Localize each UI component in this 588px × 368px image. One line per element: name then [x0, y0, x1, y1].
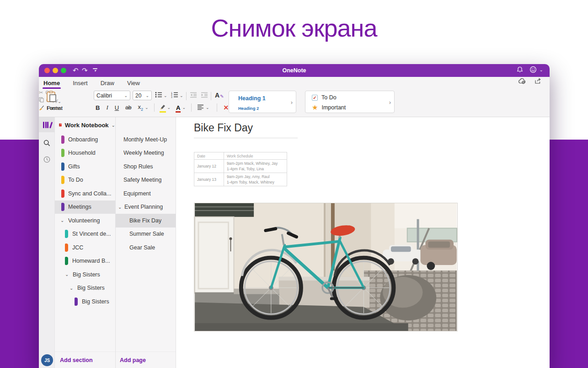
- tab-home[interactable]: Home: [43, 77, 60, 89]
- add-page-row: Add page: [116, 352, 176, 368]
- style-gallery[interactable]: Heading 1 Heading 2 ›: [229, 91, 296, 113]
- page-item-weekly-meeting[interactable]: Weekly Meeting: [116, 146, 176, 160]
- page-item-gear-sale[interactable]: Gear Sale: [116, 241, 176, 254]
- chevron-down-icon[interactable]: ⌄: [206, 105, 209, 110]
- section-color-bar: [61, 203, 64, 211]
- bullets-button[interactable]: ⌄: [155, 92, 167, 100]
- page-item-monthly-meetup[interactable]: Monthly Meet-Up: [116, 133, 176, 146]
- cell-schedule[interactable]: 9am-2pm Mack, Whitney, Jay1-4pm Fai, Tob…: [224, 160, 287, 173]
- font-name-select[interactable]: Calibri⌄: [94, 91, 130, 100]
- section-label: Gifts: [68, 163, 80, 170]
- chevron-down-icon[interactable]: ⌄: [167, 105, 171, 110]
- section-label: Homeward B...: [72, 258, 110, 264]
- tab-draw[interactable]: Draw: [101, 77, 114, 89]
- schedule-line: 1-4pm Toby, Mack, Whitney: [227, 180, 274, 184]
- strikethrough-button[interactable]: ab: [125, 104, 131, 111]
- page-canvas[interactable]: Bike Fix Day Date Work Schedule January …: [176, 117, 550, 368]
- library-icon: [43, 122, 51, 128]
- increase-indent-button[interactable]: [201, 92, 208, 100]
- notebook-switcher[interactable]: Work Notebook ⌄: [55, 117, 115, 133]
- sidebar-item-big-sisters-3[interactable]: Big Sisters: [55, 295, 115, 308]
- sidebar-item-homeward[interactable]: Homeward B...: [55, 254, 115, 268]
- sidebar-group-big-sisters-1[interactable]: ⌄Big Sisters: [55, 268, 115, 281]
- recent-notes-button[interactable]: [39, 152, 55, 167]
- italic-button[interactable]: I: [106, 104, 108, 111]
- chevron-right-icon[interactable]: ›: [389, 99, 391, 106]
- clock-icon: [43, 156, 50, 163]
- tags-gallery[interactable]: ✓ To Do ★ Important ›: [305, 91, 395, 113]
- tab-view[interactable]: View: [127, 77, 140, 89]
- add-section-button[interactable]: Add section: [60, 357, 93, 363]
- chevron-down-icon[interactable]: ⌄: [182, 105, 186, 110]
- page-label: Weekly Meeting: [123, 150, 164, 156]
- format-brush-icon: [39, 105, 44, 111]
- sidebar-item-todo[interactable]: To Do: [55, 173, 115, 187]
- page-item-bike-fix-day[interactable]: Bike Fix Day: [116, 214, 176, 227]
- section-color-bar: [61, 149, 64, 157]
- feedback-smiley-icon[interactable]: [529, 66, 537, 73]
- sidebar-item-household[interactable]: Household: [55, 146, 115, 160]
- section-color-bar: [61, 162, 64, 171]
- copy-icon: [39, 97, 44, 103]
- sidebar-item-meetings[interactable]: Meetings: [55, 200, 115, 214]
- bike-photo[interactable]: [194, 203, 458, 331]
- bell-icon[interactable]: [517, 66, 523, 73]
- tag-important[interactable]: ★ Important: [312, 104, 346, 111]
- highlight-button[interactable]: [160, 104, 166, 111]
- sidebar-item-onboarding[interactable]: Onboarding: [55, 133, 115, 146]
- bold-button[interactable]: B: [96, 104, 100, 111]
- sidebar-item-sync-and-collab[interactable]: Sync and Colla...: [55, 187, 115, 200]
- search-button[interactable]: [39, 135, 55, 151]
- delete-formatting-button[interactable]: ✕: [224, 104, 229, 111]
- sidebar-group-big-sisters-2[interactable]: ⌄Big Sisters: [55, 281, 115, 295]
- tag-todo[interactable]: ✓ To Do: [312, 94, 337, 101]
- underline-button[interactable]: U: [115, 104, 119, 111]
- page-item-summer-sale[interactable]: Summer Sale: [116, 227, 176, 241]
- decrease-indent-button[interactable]: [190, 92, 197, 100]
- user-avatar[interactable]: JS: [41, 354, 53, 366]
- page-label: Shop Rules: [123, 163, 153, 170]
- sidebar-group-volunteering[interactable]: ⌄Volunteering: [55, 214, 115, 227]
- add-page-button[interactable]: Add page: [120, 357, 146, 363]
- sidebar-item-jcc[interactable]: JCC: [55, 241, 115, 254]
- cell-date[interactable]: January 12: [194, 160, 224, 173]
- share-icon[interactable]: [535, 78, 541, 86]
- paste-button[interactable]: ⌄ Paste: [44, 91, 63, 111]
- numbering-button[interactable]: 123⌄: [171, 92, 183, 100]
- sidebar-item-st-vincent[interactable]: St Vincent de...: [55, 227, 115, 241]
- chevron-right-icon[interactable]: ›: [291, 99, 293, 106]
- subscript-button[interactable]: x2: [138, 103, 143, 112]
- font-color-button[interactable]: A: [176, 104, 180, 111]
- notebooks-nav-button[interactable]: [39, 117, 55, 132]
- styles-letter: A: [215, 92, 219, 99]
- window-title: OneNote: [39, 64, 550, 77]
- tab-insert[interactable]: Insert: [73, 77, 88, 89]
- schedule-line: 9am-2pm Mack, Whitney, Jay: [227, 161, 278, 166]
- style-heading2[interactable]: Heading 2: [238, 106, 259, 111]
- page-label: Event Planning: [124, 204, 163, 210]
- font-size-value: 20: [135, 92, 141, 99]
- cell-schedule[interactable]: 9am-2pm Jay, Amy, Raul1-4pm Toby, Mack, …: [224, 173, 287, 186]
- chevron-down-icon[interactable]: ⌄: [145, 105, 149, 110]
- page-title[interactable]: Bike Fix Day: [194, 122, 253, 134]
- align-button[interactable]: [197, 103, 204, 112]
- chevron-down-icon: ⌄: [124, 93, 128, 98]
- page-item-shop-rules[interactable]: Shop Rules: [116, 160, 176, 173]
- cell-date[interactable]: January 13: [194, 173, 224, 186]
- pages-panel: Monthly Meet-Up Weekly Meeting Shop Rule…: [116, 117, 176, 368]
- chevron-down-icon: ⌄: [60, 218, 64, 223]
- sync-cloud-icon[interactable]: [518, 78, 526, 86]
- chevron-down-icon: ⌄: [180, 93, 183, 98]
- font-size-select[interactable]: 20⌄: [133, 91, 152, 100]
- work-schedule-table[interactable]: Date Work Schedule January 12 9am-2pm Ma…: [194, 152, 287, 186]
- schedule-line: 9am-2pm Jay, Amy, Raul: [227, 174, 270, 179]
- styles-button[interactable]: A ✎: [215, 91, 224, 99]
- chevron-down-icon[interactable]: ⌄: [540, 67, 543, 72]
- page-group-event-planning[interactable]: ⌄Event Planning: [116, 200, 176, 214]
- sidebar-item-gifts[interactable]: Gifts: [55, 160, 115, 173]
- table-header-date[interactable]: Date: [194, 152, 224, 160]
- page-item-equipment[interactable]: Equipment: [116, 187, 176, 200]
- style-heading1[interactable]: Heading 1: [238, 95, 266, 102]
- table-header-schedule[interactable]: Work Schedule: [224, 152, 287, 160]
- page-item-safety-meeting[interactable]: Safety Meeting: [116, 173, 176, 187]
